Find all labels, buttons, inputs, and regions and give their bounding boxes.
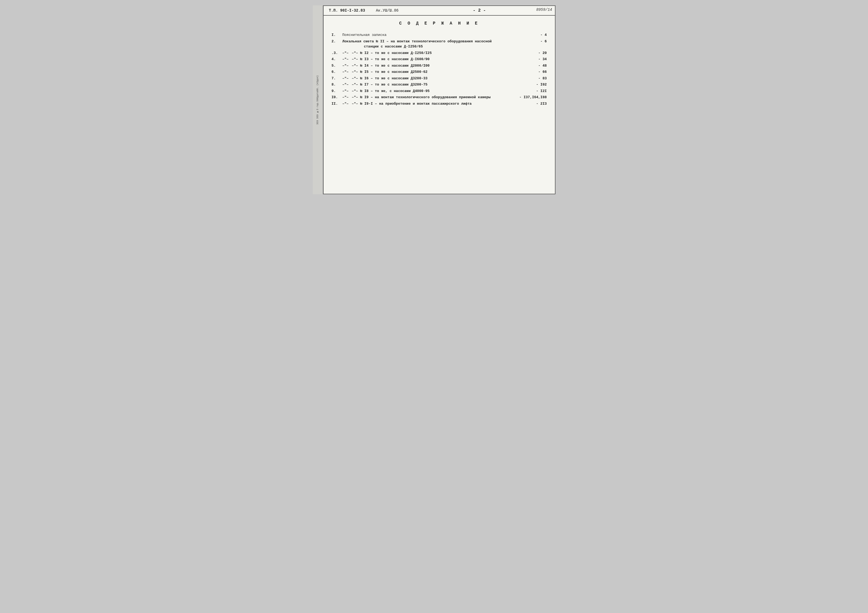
toc-page-3: - 20 xyxy=(525,50,547,56)
toc-dash-9: –"– xyxy=(343,88,352,94)
toc-num-9: 9. xyxy=(332,88,343,94)
toc-page-7: - 83 xyxy=(525,76,547,81)
toc-desc-11: –"– № I9-I – на приобретение и монтаж па… xyxy=(352,101,525,107)
toc-desc-10: –"– № I9 – на монтаж технологического об… xyxy=(352,95,519,100)
toc-num-10: I0. xyxy=(332,95,343,100)
toc-dash-3: –"– xyxy=(343,50,352,56)
toc-num-3: .3. xyxy=(332,50,343,56)
toc-dash-10: –"– xyxy=(343,95,352,100)
toc-page-2: - 6 xyxy=(525,39,547,44)
toc-item-9: 9. –"– –"– № I8 – то же, с насосами Д400… xyxy=(332,88,547,94)
toc-page-8: - I02 xyxy=(525,82,547,87)
left-sidebar: ЭЭЭ ЭЭЭ №3 гар.560дата98. (43дол) xyxy=(313,5,323,194)
toc-desc-5: –"– № I4 – то же с насосами Д2000/I00 xyxy=(352,63,525,68)
toc-desc-2-line1: Локальная смета № II – на монтаж техноло… xyxy=(343,39,525,44)
toc-desc-2: Локальная смета № II – на монтаж техноло… xyxy=(343,39,525,50)
header-ak: Ак.УШ/Ш.86 xyxy=(376,8,398,13)
toc-num-2: 2. xyxy=(332,39,343,44)
content-area: С О Д Е Р Ж А Н И Е I. Пояснительная зап… xyxy=(324,16,555,118)
page-title: С О Д Е Р Ж А Н И Е xyxy=(399,21,479,26)
toc-page-6: - 66 xyxy=(525,69,547,75)
toc-item-7: 7. –"– –"– № I6 – то же с насосами Д3200… xyxy=(332,76,547,81)
toc-desc-8: –"– № I7 – то же с насосами Д3200-75 xyxy=(352,82,525,87)
header-row: Т.П. 90I-I-32.83 Ак.УШ/Ш.86 - 2 - xyxy=(324,6,555,16)
toc-item-1: I. Пояснительная записка - 4 xyxy=(332,33,547,38)
toc-desc-9: –"– № I8 – то же, с насосами Д4000-95 xyxy=(352,88,525,94)
toc-num-8: 8. xyxy=(332,82,343,87)
toc-desc-4: –"– № I3 – то же с насосами Д-I600/90 xyxy=(352,57,525,62)
toc-item-10: I0. –"– –"– № I9 – на монтаж технологиче… xyxy=(332,95,547,100)
toc-dash-5: –"– xyxy=(343,63,352,68)
toc-item-3: .3. –"– –"– № I2 – то же с насосами Д-I2… xyxy=(332,50,547,56)
title-section: С О Д Е Р Ж А Н И Е xyxy=(332,21,547,26)
toc-dash-4: –"– xyxy=(343,57,352,62)
toc-dash-6: –"– xyxy=(343,69,352,75)
toc-num-1: I. xyxy=(332,33,343,38)
toc-page-1: - 4 xyxy=(525,33,547,38)
toc-item-2: 2. Локальная смета № II – на монтаж техн… xyxy=(332,39,547,50)
toc-desc-6: –"– № I5 – то же с насосами Д2500-62 xyxy=(352,69,525,75)
toc-page-5: - 48 xyxy=(525,63,547,68)
document-number: 8959/14 xyxy=(536,8,552,12)
main-content: Т.П. 90I-I-32.83 Ак.УШ/Ш.86 - 2 - С О Д … xyxy=(323,5,555,194)
toc-dash-11: –"– xyxy=(343,101,352,107)
toc-item-8: 8. –"– –"– № I7 – то же с насосами Д3200… xyxy=(332,82,547,87)
toc-num-5: 5. xyxy=(332,63,343,68)
toc-item-6: 6. –"– –"– № I5 – то же с насосами Д2500… xyxy=(332,69,547,75)
toc-desc-7: –"– № I6 – то же с насосами Д3200-33 xyxy=(352,76,525,81)
toc-item-4: 4. –"– –"– № I3 – то же с насосами Д-I60… xyxy=(332,57,547,62)
header-tp: Т.П. 90I-I-32.83 xyxy=(329,8,365,13)
toc-page-9: - I2I xyxy=(525,88,547,94)
toc-dash-7: –"– xyxy=(343,76,352,81)
toc-num-11: II. xyxy=(332,101,343,107)
toc-item-11: II. –"– –"– № I9-I – на приобретение и м… xyxy=(332,101,547,107)
toc-item-5: 5. –"– –"– № I4 – то же с насосами Д2000… xyxy=(332,63,547,68)
toc-desc-1: Пояснительная записка xyxy=(343,33,525,38)
toc-page-10: - I37,I64,I88 xyxy=(519,95,547,100)
toc-page-4: - 34 xyxy=(525,57,547,62)
toc-dash-8: –"– xyxy=(343,82,352,87)
page-wrapper: 8959/14 ЭЭЭ ЭЭЭ №3 гар.560дата98. (43дол… xyxy=(313,5,555,194)
toc-num-6: 6. xyxy=(332,69,343,75)
toc-page-11: - 2I3 xyxy=(525,101,547,107)
header-dash: - 2 - xyxy=(409,8,550,13)
toc-desc-3: –"– № I2 – то же с насосами Д-I250/I25 xyxy=(352,50,525,56)
toc-num-4: 4. xyxy=(332,57,343,62)
toc-num-7: 7. xyxy=(332,76,343,81)
toc-desc-2-line2: станции с насосами Д-I250/65 xyxy=(364,44,525,50)
sidebar-text: ЭЭЭ ЭЭЭ №3 гар.560дата98. (43дол) xyxy=(316,75,319,125)
